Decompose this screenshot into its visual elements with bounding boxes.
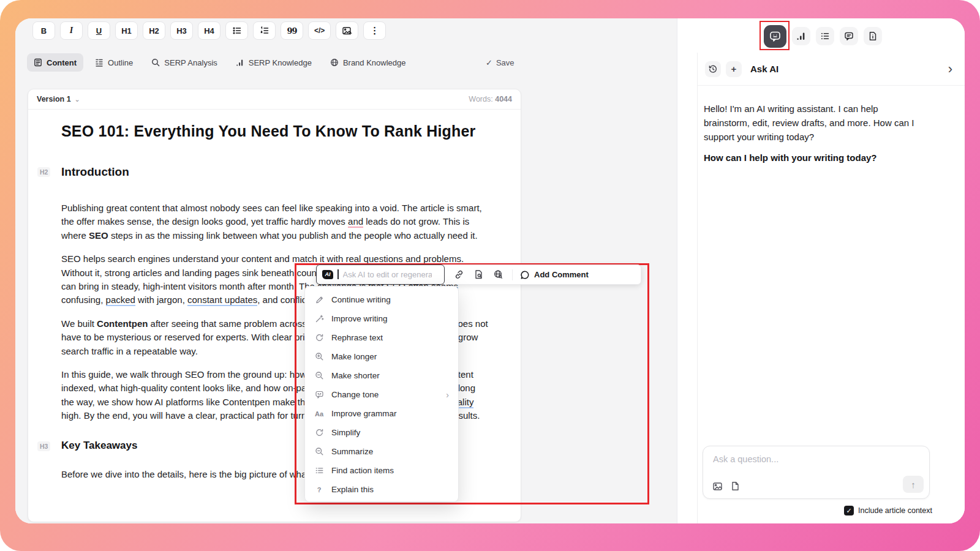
tab-content[interactable]: Content (27, 53, 83, 72)
comments-tab[interactable] (840, 27, 858, 45)
chat-messages: Hello! I'm an AI writing assistant. I ca… (698, 86, 965, 163)
attach-image-button[interactable] (712, 481, 723, 492)
document-info-icon (868, 31, 878, 41)
save-button[interactable]: ✓ Save (486, 53, 514, 72)
stats-bars-icon (796, 31, 806, 41)
tab-brand-knowledge[interactable]: Brand Knowledge (323, 53, 413, 72)
submenu-chevron-icon: › (446, 390, 449, 400)
chat-input-card: ↑ (703, 446, 930, 499)
outline-icon (95, 58, 104, 67)
include-context-checkbox[interactable]: ✓ (844, 506, 854, 515)
word-count: Words: 4044 (469, 95, 512, 103)
panel-title: Ask AI (750, 64, 778, 74)
ask-ai-inline-input[interactable]: AI (316, 264, 445, 285)
bold-button[interactable]: B (32, 21, 55, 40)
ordered-list-icon (260, 26, 270, 36)
code-block-button[interactable]: </> (308, 21, 331, 40)
underline-button[interactable]: U (88, 21, 110, 40)
selection-toolbar-icons (454, 269, 503, 280)
history-icon (708, 64, 718, 74)
collapse-panel-button[interactable]: › (948, 62, 952, 76)
spellcheck-underline: and (348, 216, 363, 228)
context-toggle-row: ✓ Include article context (844, 506, 932, 515)
document-search-button[interactable] (473, 269, 484, 280)
more-options-button[interactable]: ⋮ (363, 21, 386, 40)
bar-chart-icon (236, 58, 244, 67)
ask-ai-text-field[interactable] (343, 270, 432, 279)
right-sidebar: + Ask AI › Hello! I'm an AI writing assi… (677, 18, 965, 523)
chat-history-button[interactable] (705, 61, 721, 77)
attach-file-button[interactable] (731, 481, 740, 492)
ordered-list-button[interactable] (253, 21, 276, 40)
image-icon (342, 26, 352, 36)
menu-item-find-action-items[interactable]: Find action items (305, 461, 458, 480)
chat-bot-icon (769, 30, 782, 43)
action-list-icon (315, 466, 324, 475)
bullet-list-icon (232, 26, 242, 36)
assistant-question: How can I help with your writing today? (704, 152, 922, 163)
analytics-tab[interactable] (792, 27, 810, 45)
send-button[interactable]: ↑ (903, 476, 924, 493)
menu-item-rephrase-text[interactable]: Rephrase text (305, 328, 458, 347)
menu-item-improve-writing[interactable]: Improve writing (305, 309, 458, 328)
chat-question-input[interactable] (713, 454, 897, 464)
h3-badge: H3 (37, 441, 50, 451)
outline-list-tab[interactable] (816, 27, 834, 45)
app-window: B I U H1 H2 H3 H4 99 </> ⋮ Content (15, 18, 965, 523)
sidebar-icon-tabs (764, 24, 882, 48)
tab-serp-analysis[interactable]: SERP Analysis (145, 53, 224, 72)
link-button[interactable] (454, 269, 464, 280)
simplify-icon (315, 428, 324, 437)
rephrase-icon (315, 333, 324, 342)
globe-icon (330, 58, 339, 67)
menu-item-change-tone[interactable]: Change tone › (305, 385, 458, 404)
heading4-button[interactable]: H4 (198, 21, 221, 40)
bullet-list-button[interactable] (225, 21, 248, 40)
heading-introduction[interactable]: H2 Introduction (61, 165, 488, 179)
heading1-button[interactable]: H1 (115, 21, 138, 40)
zoom-in-icon (315, 352, 324, 361)
globe-search-icon (493, 269, 503, 280)
grammar-underline: constant updates (187, 294, 257, 306)
menu-item-summarize[interactable]: Summarize (305, 442, 458, 461)
context-label: Include article context (858, 506, 932, 515)
menu-item-make-longer[interactable]: Make longer (305, 347, 458, 366)
toolbar-divider (512, 269, 513, 280)
menu-item-simplify[interactable]: Simplify (305, 423, 458, 442)
menu-item-improve-grammar[interactable]: Aa Improve grammar (305, 404, 458, 423)
format-toolbar: B I U H1 H2 H3 H4 99 </> ⋮ (32, 21, 386, 40)
comments-icon (844, 31, 854, 41)
blockquote-button[interactable]: 99 (281, 21, 303, 40)
insert-image-button[interactable] (336, 21, 358, 40)
zoom-out-icon (315, 371, 324, 380)
tab-serp-knowledge[interactable]: SERP Knowledge (229, 53, 318, 72)
new-chat-button[interactable]: + (726, 61, 742, 77)
menu-item-make-shorter[interactable]: Make shorter (305, 366, 458, 385)
version-dropdown[interactable]: Version 1 ⌄ (37, 95, 80, 103)
add-comment-button[interactable]: Add Comment (520, 270, 589, 280)
magic-wand-icon (315, 314, 324, 323)
paragraph-1[interactable]: Publishing great content that almost nob… (61, 201, 488, 242)
heading3-button[interactable]: H3 (170, 21, 193, 40)
article-title[interactable]: SEO 101: Everything You Need To Know To … (61, 122, 488, 140)
article-info-tab[interactable] (864, 27, 882, 45)
heading2-button[interactable]: H2 (143, 21, 165, 40)
document-search-icon (473, 269, 484, 280)
summarize-icon (315, 447, 324, 456)
link-icon (454, 269, 464, 280)
tone-bubble-icon (315, 390, 324, 399)
web-search-button[interactable] (493, 269, 503, 280)
tab-outline[interactable]: Outline (88, 53, 140, 72)
italic-button[interactable]: I (60, 21, 83, 40)
h2-badge: H2 (37, 167, 50, 177)
grammar-underline: packed (106, 294, 135, 306)
search-icon (151, 58, 160, 67)
menu-item-explain-this[interactable]: ? Explain this (305, 480, 458, 499)
content-icon (34, 58, 42, 67)
menu-item-continue-writing[interactable]: Continue writing (305, 290, 458, 309)
editor-area: B I U H1 H2 H3 H4 99 </> ⋮ Content (15, 18, 677, 523)
ai-actions-menu: Continue writing Improve writing Rephras… (304, 286, 459, 502)
ai-chat-tab[interactable] (764, 25, 786, 48)
file-icon (731, 481, 740, 491)
plus-icon: + (731, 64, 737, 74)
